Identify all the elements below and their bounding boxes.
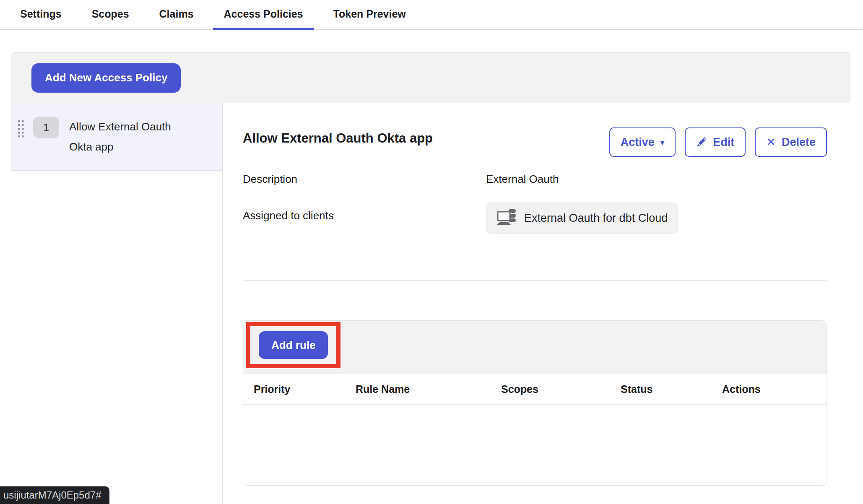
policies-body: 1 Allow External Oauth Okta app Allow Ex… — [11, 103, 851, 504]
section-divider — [243, 281, 827, 281]
policy-detail-panel: Allow External Oauth Okta app Active ▾ E… — [223, 103, 851, 504]
delete-label: Delete — [782, 136, 816, 149]
policy-actions: Active ▾ Edit ✕ Delete — [609, 127, 827, 157]
policy-fields: Description External Oauth Assigned to c… — [243, 173, 827, 234]
description-value: External Oauth — [486, 173, 827, 186]
policy-priority-badge: 1 — [33, 117, 59, 138]
policies-toolbar: Add New Access Policy — [11, 53, 851, 103]
tab-token-preview[interactable]: Token Preview — [322, 0, 417, 30]
add-new-access-policy-button[interactable]: Add New Access Policy — [31, 63, 181, 93]
rules-panel: Add rule Priority Rule Name Scopes Statu… — [243, 320, 827, 486]
column-header-status: Status — [610, 383, 712, 395]
close-icon: ✕ — [766, 137, 776, 148]
column-header-priority: Priority — [243, 383, 345, 395]
tab-claims[interactable]: Claims — [148, 0, 205, 30]
access-policies-card: Add New Access Policy — [11, 52, 851, 504]
policy-status-dropdown[interactable]: Active ▾ — [609, 127, 676, 157]
assigned-clients-label: Assigned to clients — [243, 209, 486, 222]
policy-detail-header: Allow External Oauth Okta app Active ▾ E… — [243, 127, 827, 157]
tab-settings[interactable]: Settings — [9, 0, 73, 30]
rules-table-body — [243, 405, 827, 485]
column-header-scopes: Scopes — [491, 383, 610, 395]
edit-policy-button[interactable]: Edit — [685, 127, 746, 157]
column-header-actions: Actions — [712, 383, 827, 395]
rules-table-header: Priority Rule Name Scopes Status Actions — [243, 374, 827, 405]
tab-bar: Settings Scopes Claims Access Policies T… — [0, 0, 863, 30]
policy-list-item[interactable]: 1 Allow External Oauth Okta app — [11, 103, 222, 171]
assigned-clients-value: External Oauth for dbt Cloud — [486, 203, 827, 234]
client-chip-label: External Oauth for dbt Cloud — [524, 212, 668, 225]
description-label: Description — [243, 173, 486, 186]
client-chip: External Oauth for dbt Cloud — [486, 203, 678, 234]
add-rule-button[interactable]: Add rule — [259, 331, 328, 359]
tab-scopes[interactable]: Scopes — [81, 0, 140, 30]
url-status-tooltip: usijiutarM7Aj0Ep5d7# — [0, 486, 109, 504]
client-app-icon — [496, 209, 517, 227]
caret-down-icon: ▾ — [660, 138, 665, 146]
column-header-rule-name: Rule Name — [345, 383, 491, 395]
pencil-icon — [696, 137, 707, 148]
policy-name: Allow External Oauth Okta app — [69, 117, 191, 157]
okta-access-policies-page: Settings Scopes Claims Access Policies T… — [0, 0, 863, 504]
annotation-highlight-box: Add rule — [246, 322, 341, 368]
policy-status-label: Active — [621, 136, 655, 149]
drag-handle-icon[interactable] — [17, 120, 25, 140]
policy-list: 1 Allow External Oauth Okta app — [11, 103, 223, 504]
delete-policy-button[interactable]: ✕ Delete — [755, 127, 827, 157]
tab-access-policies[interactable]: Access Policies — [213, 0, 314, 30]
policy-title: Allow External Oauth Okta app — [243, 131, 433, 146]
edit-label: Edit — [713, 136, 734, 149]
rules-toolbar: Add rule — [243, 321, 827, 374]
